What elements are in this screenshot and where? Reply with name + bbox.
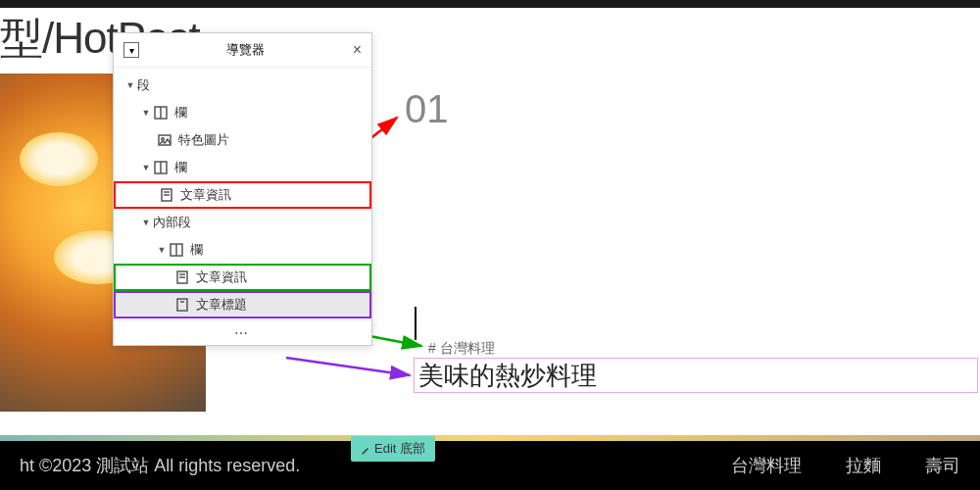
arrow-purple xyxy=(284,348,421,387)
tree-label: 文章資訊 xyxy=(196,269,247,286)
navigator-title: 導覽器 xyxy=(139,41,353,59)
edit-label: Edit 底部 xyxy=(374,440,425,458)
tree-item-section[interactable]: ▼ 段 xyxy=(114,72,371,99)
post-title-icon xyxy=(174,298,190,312)
svg-line-18 xyxy=(286,358,410,375)
dropdown-icon[interactable]: ▾ xyxy=(123,42,139,58)
footer-link-tw[interactable]: 台灣料理 xyxy=(731,456,802,475)
footer-nav: 台灣料理 拉麵 壽司 xyxy=(692,454,960,477)
navigator-panel: ▾ 導覽器 × ▼ 段 ▼ 欄 特色圖片 ▼ 欄 xyxy=(113,32,372,346)
caret-icon: ▼ xyxy=(141,108,151,118)
tree-item-post-info-1[interactable]: 文章資訊 xyxy=(114,181,371,209)
site-footer: ht ©2023 測試站 All rights reserved. 台灣料理 拉… xyxy=(0,441,980,490)
post-info-icon xyxy=(159,188,174,202)
svg-point-3 xyxy=(162,138,165,141)
tree-item-post-title[interactable]: 文章標題 xyxy=(114,291,371,318)
tree-label: 欄 xyxy=(190,241,203,259)
tree-label: 段 xyxy=(137,76,150,94)
tree-label: 文章標題 xyxy=(196,296,247,314)
caret-icon: ▼ xyxy=(141,163,151,172)
post-title-box[interactable]: 美味的熱炒料理 xyxy=(414,358,978,393)
column-icon xyxy=(153,161,169,174)
tree-item-col2[interactable]: ▼ 欄 xyxy=(114,154,371,181)
navigator-header: ▾ 導覽器 × xyxy=(114,33,371,68)
main-canvas: ▾ 導覽器 × ▼ 段 ▼ 欄 特色圖片 ▼ 欄 xyxy=(0,74,980,446)
footer-link-sushi[interactable]: 壽司 xyxy=(925,456,960,475)
tree-label: 特色圖片 xyxy=(178,131,229,149)
caret-icon: ▼ xyxy=(141,218,151,227)
post-number: 01 xyxy=(405,87,449,131)
tree-label: 欄 xyxy=(174,159,187,176)
tree-item-featured-image[interactable]: 特色圖片 xyxy=(114,126,371,154)
tree-item-col1[interactable]: ▼ 欄 xyxy=(114,99,371,126)
footer-link-ramen[interactable]: 拉麵 xyxy=(846,456,881,475)
svg-rect-14 xyxy=(177,299,187,311)
window-topbar xyxy=(0,0,980,8)
tree-label: 文章資訊 xyxy=(180,186,231,204)
column-icon xyxy=(169,243,184,257)
post-hashtag[interactable]: # 台灣料理 xyxy=(428,340,495,358)
copyright-text: ht ©2023 測試站 All rights reserved. xyxy=(20,454,300,477)
column-icon xyxy=(153,106,169,120)
pencil-icon xyxy=(361,444,370,454)
caret-icon: ▼ xyxy=(125,80,135,90)
tree-item-col3[interactable]: ▼ 欄 xyxy=(114,236,371,264)
tree-item-inner-section[interactable]: ▼ 內部段 xyxy=(114,209,371,236)
navigator-tree: ▼ 段 ▼ 欄 特色圖片 ▼ 欄 文章資訊 ▼ xyxy=(114,68,371,320)
post-title-text: 美味的熱炒料理 xyxy=(418,359,597,393)
caret-icon: ▼ xyxy=(157,245,167,255)
close-icon[interactable]: × xyxy=(353,41,362,59)
text-cursor xyxy=(415,307,416,340)
tree-item-post-info-2[interactable]: 文章資訊 xyxy=(114,264,371,291)
tree-label: 欄 xyxy=(174,104,187,122)
tree-label: 內部段 xyxy=(153,214,191,231)
navigator-footer[interactable]: ⋯ xyxy=(114,320,371,345)
post-info-icon xyxy=(174,270,190,284)
image-icon xyxy=(157,133,172,147)
edit-footer-button[interactable]: Edit 底部 xyxy=(351,436,435,462)
